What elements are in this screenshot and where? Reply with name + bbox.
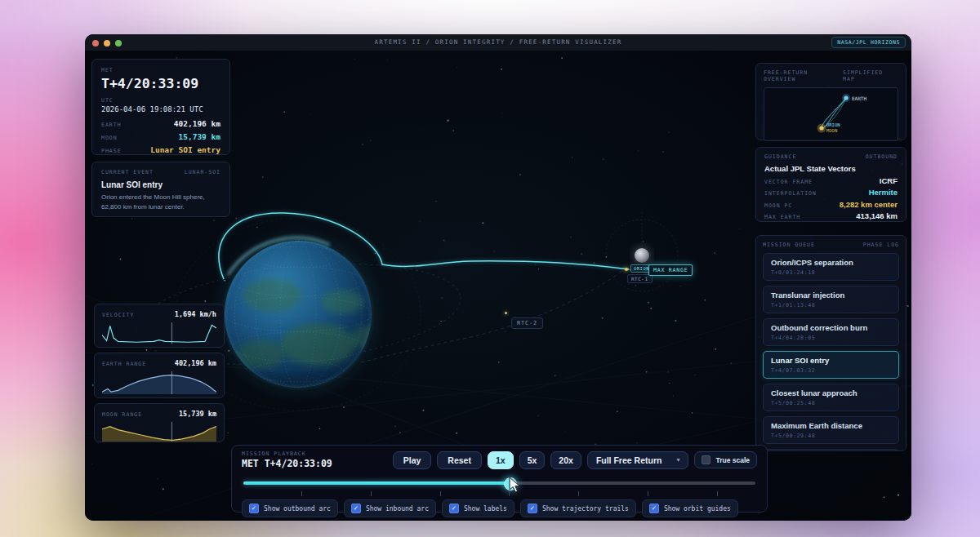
timeline-ticks [242, 490, 757, 497]
phase-row: PHASE Lunar SOI entry [101, 145, 220, 154]
queue-item-time: T+5/00:29:48 [771, 433, 891, 439]
moon-range-sparkline-panel: MOON RANGE 15,739 km [94, 403, 225, 442]
speed-1x-button[interactable]: 1x [488, 451, 514, 469]
play-button[interactable]: Play [393, 451, 432, 469]
queue-item-title: Maximum Earth distance [771, 421, 891, 430]
true-scale-checkbox[interactable] [702, 455, 710, 464]
window-title: ARTEMIS II / ORION INTEGRITY / FREE-RETU… [85, 38, 911, 46]
toggle-label: Show outbound arc [264, 505, 331, 513]
guidance-header: GUIDANCE [764, 153, 796, 160]
checkbox-checked-icon[interactable]: ✓ [649, 504, 659, 513]
timeline-slider-track[interactable] [243, 482, 755, 485]
queue-item-outbound-correction-burn[interactable]: Outbound correction burn T+4/04:28:05 [763, 318, 899, 346]
vector-frame-label: VECTOR FRAME [764, 179, 813, 185]
queue-item-maximum-earth-distance[interactable]: Maximum Earth distance T+5/00:29:48 [763, 416, 899, 444]
earth-range-sparkline [102, 371, 216, 394]
earth-range-spark-label: EARTH RANGE [102, 361, 146, 367]
checkbox-checked-icon[interactable]: ✓ [249, 504, 259, 513]
checkbox-checked-icon[interactable]: ✓ [351, 504, 361, 513]
playback-met-value: MET T+4/20:33:09 [242, 458, 332, 469]
max-earth-label: MAX EARTH [764, 214, 800, 220]
phase-label: PHASE [101, 148, 122, 154]
interpolation-row: INTERPOLATION Hermite [764, 188, 898, 197]
queue-item-title: Lunar SOI entry [771, 356, 891, 365]
current-event-badge: LUNAR-SOI [185, 169, 220, 175]
interpolation-label: INTERPOLATION [764, 190, 817, 197]
queue-item-orion-icps-separation[interactable]: Orion/ICPS separation T+0/03:24:18 [763, 253, 899, 281]
vector-frame-row: VECTOR FRAME ICRF [764, 176, 898, 185]
moon-range-spark-value: 15,739 km [179, 410, 216, 418]
queue-item-time: T+0/03:24:18 [771, 269, 891, 276]
utc-value: 2026-04-06 19:08:21 UTC [101, 105, 220, 113]
met-clock-panel: MET T+4/20:33:09 UTC 2026-04-06 19:08:21… [91, 59, 230, 155]
toggle-label: Show labels [464, 505, 507, 513]
guidance-title: Actual JPL State Vectors [764, 164, 898, 173]
moon-pc-row: MOON PC 8,282 km center [764, 200, 898, 209]
overview-minimap: EARTH ORION MOON [764, 87, 898, 141]
phase-value: Lunar SOI entry [150, 145, 220, 154]
speed-20x-button[interactable]: 20x [550, 451, 581, 469]
timeline-slider[interactable] [242, 477, 757, 489]
moon-range-value: 15,739 km [179, 132, 220, 141]
show-trajectory-trails-toggle[interactable]: ✓ Show trajectory trails [520, 499, 636, 517]
max-earth-value: 413,146 km [856, 211, 898, 220]
true-scale-toggle[interactable]: True scale [694, 451, 757, 468]
moon-range-sparkline [102, 422, 216, 442]
show-outbound-arc-toggle[interactable]: ✓ Show outbound arc [242, 499, 338, 517]
title-bar: ARTEMIS II / ORION INTEGRITY / FREE-RETU… [85, 34, 911, 51]
rtc2-position-marker[interactable] [505, 312, 507, 314]
current-event-panel: CURRENT EVENT LUNAR-SOI Lunar SOI entry … [91, 162, 230, 217]
data-source-badge: NASA/JPL HORIZONS [831, 37, 906, 48]
show-inbound-arc-toggle[interactable]: ✓ Show inbound arc [344, 499, 436, 517]
queue-item-time: T+1/01:13:48 [771, 302, 891, 308]
true-scale-label: True scale [715, 456, 750, 464]
guidance-panel: GUIDANCE OUTBOUND Actual JPL State Vecto… [755, 147, 906, 222]
utc-label: UTC [101, 97, 220, 104]
checkbox-checked-icon[interactable]: ✓ [449, 504, 459, 513]
queue-item-time: T+5/00:25:48 [771, 400, 891, 406]
queue-item-title: Orion/ICPS separation [771, 258, 891, 267]
velocity-value: 1,694 km/h [175, 310, 216, 318]
velocity-sparkline [102, 322, 216, 344]
speed-5x-button[interactable]: 5x [519, 451, 546, 469]
minimap-earth-label: EARTH [852, 95, 866, 101]
playback-met-block: MISSION PLAYBACK MET T+4/20:33:09 [242, 450, 332, 469]
timeline-slider-fill [243, 482, 510, 485]
orion-position-marker[interactable] [625, 268, 628, 271]
show-labels-toggle[interactable]: ✓ Show labels [442, 499, 514, 517]
guidance-badge: OUTBOUND [866, 153, 898, 160]
earth-range-sparkline-panel: EARTH RANGE 402,196 km [94, 353, 225, 398]
moon-range-spark-label: MOON RANGE [102, 411, 142, 418]
moon-pc-label: MOON PC [764, 202, 792, 209]
queue-badge[interactable]: PHASE LOG [863, 242, 899, 248]
queue-item-lunar-soi-entry[interactable]: Lunar SOI entry T+4/07:03:32 [763, 351, 899, 379]
inbound-arc [361, 255, 642, 362]
moon-range-row: MOON 15,739 km [101, 132, 220, 141]
queue-item-title: Translunar injection [771, 291, 891, 300]
queue-item-return-correction-burn-1[interactable]: Return correction burn 1 [763, 449, 899, 451]
chevron-down-icon: ▾ [676, 456, 679, 464]
moon-pc-value: 8,282 km center [840, 200, 898, 209]
queue-item-translunar-injection[interactable]: Translunar injection T+1/01:13:48 [763, 286, 899, 313]
mission-playback-panel: MISSION PLAYBACK MET T+4/20:33:09 Play R… [231, 445, 768, 513]
vector-frame-value: ICRF [880, 176, 898, 185]
rtc2-marker-label[interactable]: RTC-2 [511, 317, 543, 329]
queue-item-title: Outbound correction burn [771, 323, 891, 332]
met-label: MET [101, 67, 220, 73]
moon-globe [632, 246, 652, 265]
current-event-header: CURRENT EVENT [101, 169, 154, 175]
mission-queue-panel: MISSION QUEUE PHASE LOG Orion/ICPS separ… [755, 235, 906, 451]
app-window: ARTEMIS II / ORION INTEGRITY / FREE-RETU… [85, 34, 911, 521]
checkbox-checked-icon[interactable]: ✓ [528, 504, 537, 513]
show-orbit-guides-toggle[interactable]: ✓ Show orbit guides [642, 499, 738, 517]
mouse-cursor-icon [509, 477, 521, 497]
mission-mode-select[interactable]: Full Free Return ▾ [587, 451, 689, 469]
queue-item-closest-lunar-approach[interactable]: Closest lunar approach T+5/00:25:48 [763, 384, 899, 411]
desktop-wallpaper: ARTEMIS II / ORION INTEGRITY / FREE-RETU… [0, 0, 980, 537]
minimap-orion-label: ORION [826, 122, 840, 127]
toggle-label: Show orbit guides [664, 505, 731, 513]
earth-range-label: EARTH [101, 122, 122, 128]
reset-button[interactable]: Reset [437, 451, 482, 469]
max-range-badge[interactable]: MAX RANGE [648, 264, 693, 276]
interpolation-value: Hermite [869, 188, 898, 197]
